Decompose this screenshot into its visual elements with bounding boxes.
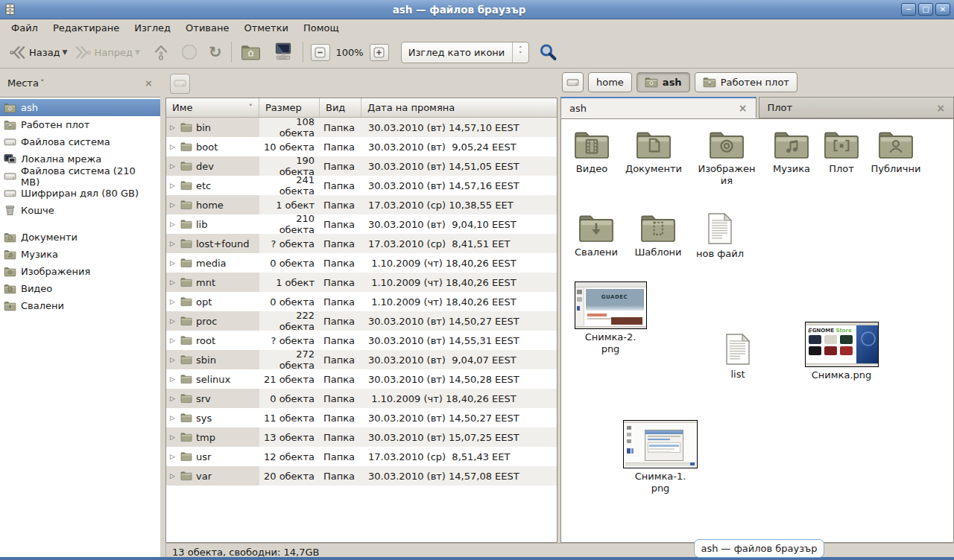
path-button-home[interactable]: home <box>588 72 632 92</box>
back-button[interactable]: Назад ▼ <box>5 42 71 63</box>
up-button[interactable] <box>149 41 173 63</box>
sidebar-item-9[interactable]: Музика <box>0 246 160 263</box>
view-mode-select[interactable]: Изглед като икони ˄˅ <box>401 42 529 63</box>
icon-view-item[interactable]: Плот <box>810 128 873 175</box>
icon-view-item[interactable]: Шаблони <box>627 211 689 258</box>
table-row[interactable]: ▷ var20 обектаПапка30.03.2010 (вт) 14,57… <box>166 466 557 486</box>
menu-item-1[interactable]: Редактиране <box>45 21 127 35</box>
expander-icon[interactable]: ▷ <box>170 337 177 344</box>
table-row[interactable]: ▷ mnt1 обектПапка 1.10.2009 (чт) 18,40,2… <box>166 273 557 292</box>
expander-icon[interactable]: ▷ <box>170 124 177 131</box>
expander-icon[interactable]: ▷ <box>170 162 177 170</box>
titlebar[interactable]: ash — файлов браузър ─ □ ✕ <box>0 0 954 19</box>
expander-icon[interactable]: ▷ <box>170 259 177 267</box>
tab-Плот[interactable]: Плот× <box>759 97 954 118</box>
table-row[interactable]: ▷ etc241 обектаПапка30.03.2010 (вт) 14,5… <box>166 176 557 195</box>
expander-icon[interactable]: ▷ <box>170 317 177 325</box>
sidebar-item-10[interactable]: Изображения <box>0 263 160 280</box>
path-button-root[interactable] <box>562 72 584 92</box>
menu-item-3[interactable]: Отиване <box>178 21 236 35</box>
menu-item-4[interactable]: Отметки <box>236 21 295 35</box>
tab-close-icon[interactable]: × <box>739 103 748 113</box>
icon-view-item[interactable]: нов файл <box>689 211 751 260</box>
chevron-down-icon[interactable]: ˅ <box>40 78 45 88</box>
sidebar-item-6[interactable]: Кошче <box>0 202 160 219</box>
icon-view-item[interactable]: Видео <box>560 128 623 175</box>
sidebar-item-11[interactable]: Видео <box>0 280 160 297</box>
table-row[interactable]: ▷ media0 обектаПапка 1.10.2009 (чт) 18,4… <box>166 253 557 273</box>
table-row[interactable]: ▷ home1 обектПапка17.03.2010 (ср) 10,38,… <box>166 195 557 214</box>
icon-view-item[interactable]: Документи <box>622 128 685 175</box>
close-button[interactable]: ✕ <box>935 3 950 16</box>
reload-button[interactable]: ↻ <box>206 43 225 62</box>
forward-button[interactable]: Напред ▼ <box>71 42 143 63</box>
table-row[interactable]: ▷ sbin272 обектаПапка30.03.2010 (вт) 9,0… <box>166 350 557 369</box>
back-dropdown-icon[interactable]: ▼ <box>63 48 68 56</box>
minimize-button[interactable]: ─ <box>901 3 916 16</box>
maximize-button[interactable]: □ <box>918 3 933 16</box>
table-row[interactable]: ▷ srv0 обектаПапка 1.10.2009 (чт) 18,40,… <box>166 389 557 408</box>
path-button-Работен плот[interactable]: Работен плот <box>695 72 797 92</box>
table-row[interactable]: ▷ dev190 обектаПапка30.03.2010 (вт) 14,5… <box>166 156 557 176</box>
menu-item-5[interactable]: Помощ <box>296 21 347 35</box>
sidebar-splitter[interactable] <box>160 69 165 560</box>
zoom-out-button[interactable] <box>311 44 330 61</box>
expander-icon[interactable]: ▷ <box>170 143 177 150</box>
column-header-size[interactable]: Размер <box>259 98 320 117</box>
expander-icon[interactable]: ▷ <box>170 201 177 209</box>
column-header-date[interactable]: Дата на промяна <box>361 98 557 117</box>
icon-view-item[interactable]: Изображения <box>695 128 758 187</box>
sidebar-item-12[interactable]: Свалени <box>0 297 160 314</box>
expander-icon[interactable]: ▷ <box>170 182 177 189</box>
expander-icon[interactable]: ▷ <box>170 433 177 441</box>
table-row[interactable]: ▷ sys11 обектаПапка30.03.2010 (вт) 14,50… <box>166 408 557 427</box>
sidebar-item-4[interactable]: Файлова система (210 MB) <box>0 168 160 185</box>
taskbar-window-button[interactable]: ash — файлов браузър <box>694 539 824 558</box>
table-row[interactable]: ▷ lost+found? обектаПапка17.03.2010 (ср)… <box>166 234 557 253</box>
sidebar-item-2[interactable]: Файлова система <box>0 133 160 150</box>
home-button[interactable] <box>238 42 264 63</box>
path-button-ash[interactable]: ash <box>636 72 690 92</box>
expander-icon[interactable]: ▷ <box>170 472 177 480</box>
sidebar-title[interactable]: Места <box>7 77 39 89</box>
table-row[interactable]: ▷ selinux21 обектаПапка30.03.2010 (вт) 1… <box>166 369 557 389</box>
expander-icon[interactable]: ▷ <box>170 453 177 460</box>
expander-icon[interactable]: ▷ <box>170 356 177 363</box>
icon-view-item[interactable]: Свалени <box>565 211 628 258</box>
expander-icon[interactable]: ▷ <box>170 240 177 247</box>
table-row[interactable]: ▷ lib210 обектаПапка30.03.2010 (вт) 9,04… <box>166 214 557 234</box>
tree-location-button[interactable] <box>170 74 190 94</box>
menu-item-2[interactable]: Изглед <box>127 21 178 35</box>
icon-view-item[interactable]: Публични <box>865 128 927 175</box>
table-row[interactable]: ▷ tmp13 обектаПапка30.03.2010 (вт) 15,07… <box>166 427 557 447</box>
expander-icon[interactable]: ▷ <box>170 220 177 228</box>
sidebar-item-8[interactable]: Документи <box>0 229 160 246</box>
expander-icon[interactable]: ▷ <box>170 298 177 305</box>
sidebar-close-icon[interactable]: × <box>145 77 153 89</box>
menu-item-0[interactable]: Файл <box>4 21 45 35</box>
spinner-arrows-icon[interactable]: ˄˅ <box>512 42 528 63</box>
expander-icon[interactable]: ▷ <box>170 375 177 383</box>
computer-button[interactable] <box>270 40 297 64</box>
tab-close-icon[interactable]: × <box>936 103 945 113</box>
table-row[interactable]: ▷ opt0 обектаПапка 1.10.2009 (чт) 18,40,… <box>166 292 557 311</box>
expander-icon[interactable]: ▷ <box>170 395 177 402</box>
sidebar-item-5[interactable]: Шифриран дял (80 GB) <box>0 185 160 202</box>
table-row[interactable]: ▷ proc222 обектаПапка30.03.2010 (вт) 14,… <box>166 311 557 331</box>
table-row[interactable]: ▷ root? обектаПапка30.03.2010 (вт) 14,55… <box>166 331 557 350</box>
icon-view-item[interactable]: 𝐸 GNOME Store Снимка.png <box>804 322 879 381</box>
icon-view[interactable]: Видео Документи Изображения Музика Плот … <box>560 118 954 543</box>
table-row[interactable]: ▷ bin108 обектаПапка30.03.2010 (вт) 14,5… <box>166 118 557 137</box>
expander-icon[interactable]: ▷ <box>170 279 177 286</box>
icon-view-item[interactable]: GUADEC Снимка-2.png <box>573 281 648 355</box>
column-header-name[interactable]: Име ˅ <box>166 98 259 117</box>
icon-view-item[interactable]: Снимка-1.png <box>623 420 698 494</box>
expander-icon[interactable]: ▷ <box>170 414 177 421</box>
sidebar-item-1[interactable]: Работен плот <box>0 116 160 133</box>
sidebar-item-0[interactable]: ash <box>0 99 160 116</box>
table-row[interactable]: ▷ boot10 обектаПапка30.03.2010 (вт) 9,05… <box>166 137 557 156</box>
tab-ash[interactable]: ash× <box>560 97 756 118</box>
search-button[interactable] <box>538 42 558 63</box>
table-row[interactable]: ▷ usr12 обектаПапка17.03.2010 (ср) 8,51,… <box>166 447 557 466</box>
column-header-type[interactable]: Вид <box>320 98 361 117</box>
